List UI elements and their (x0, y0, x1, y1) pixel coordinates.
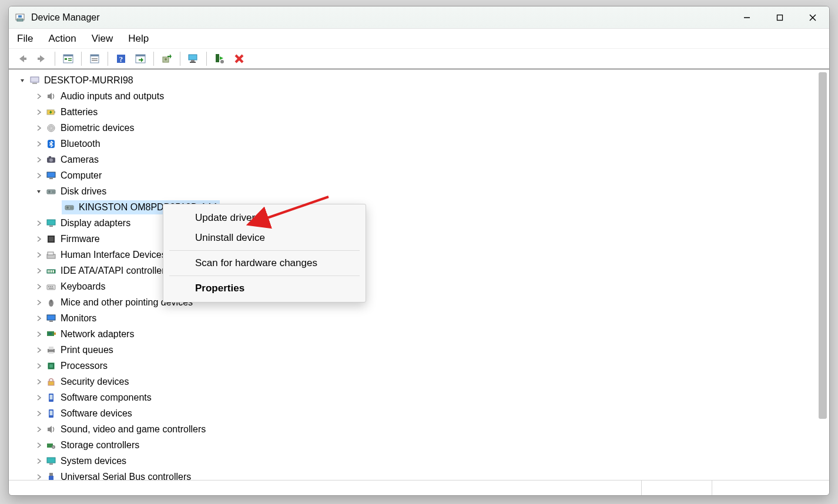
tree-category[interactable]: Print queues (9, 342, 829, 358)
storage-ctrl-icon (45, 439, 57, 451)
menu-help[interactable]: Help (128, 33, 149, 45)
tree-category-label: Sound, video and game controllers (61, 425, 206, 434)
tree-category[interactable]: Mice and other pointing devices (9, 294, 829, 310)
tree-category[interactable]: Display adapters (9, 215, 829, 231)
tree-category[interactable]: Processors (9, 358, 829, 374)
svg-rect-25 (191, 60, 195, 62)
ctx-uninstall-device[interactable]: Uninstall device (163, 228, 366, 248)
menu-file[interactable]: File (17, 33, 33, 45)
forward-button[interactable] (33, 51, 51, 66)
minimize-button[interactable] (730, 6, 763, 29)
chevron-right-icon[interactable] (35, 441, 43, 449)
tree-device[interactable]: KINGSTON OM8PDP3512B-AA1 (9, 199, 829, 215)
tree-category[interactable]: Sound, video and game controllers (9, 421, 829, 437)
svg-point-36 (49, 126, 53, 130)
tree-category[interactable]: Software components (9, 389, 829, 405)
svg-rect-12 (68, 58, 72, 59)
fingerprint-icon (45, 122, 57, 134)
svg-rect-55 (49, 237, 53, 241)
svg-rect-1 (17, 19, 23, 21)
chevron-right-icon[interactable] (35, 314, 43, 322)
svg-rect-76 (49, 347, 53, 350)
enable-device-button[interactable] (185, 51, 202, 66)
chevron-right-icon[interactable] (35, 346, 43, 354)
tree-category-label: Disk drives (61, 187, 106, 196)
tree-category[interactable]: Biometric devices (9, 120, 829, 136)
tree-category[interactable]: Human Interface Devices (9, 247, 829, 263)
ctx-scan-hardware[interactable]: Scan for hardware changes (163, 253, 366, 273)
tree-category[interactable]: Firmware (9, 231, 829, 247)
usb-icon (45, 471, 57, 481)
tree-category[interactable]: Security devices (9, 374, 829, 389)
maximize-button[interactable] (763, 6, 796, 29)
svg-rect-71 (49, 321, 53, 322)
scan-hardware-button[interactable] (132, 51, 149, 66)
svg-rect-50 (70, 207, 73, 207)
update-driver-button[interactable] (158, 51, 176, 66)
lock-icon (45, 376, 57, 388)
chevron-right-icon[interactable] (35, 92, 43, 100)
ctx-properties[interactable]: Properties (163, 278, 366, 298)
chevron-right-icon[interactable] (35, 219, 43, 227)
chevron-right-icon[interactable] (35, 409, 43, 418)
speaker-icon (45, 90, 57, 102)
device-manager-window: Device Manager File Action View Help (8, 6, 830, 496)
chevron-right-icon[interactable] (35, 108, 43, 116)
close-button[interactable] (796, 6, 829, 29)
svg-rect-7 (23, 58, 26, 60)
chevron-right-icon[interactable] (35, 378, 43, 386)
help-button[interactable]: ? (112, 51, 130, 66)
properties-button[interactable] (86, 51, 103, 66)
chevron-right-icon[interactable] (35, 457, 43, 465)
tree-category[interactable]: Audio inputs and outputs (9, 88, 829, 104)
tree-category[interactable]: Storage controllers (9, 437, 829, 453)
chevron-down-icon[interactable] (35, 187, 43, 196)
show-hide-tree-button[interactable] (59, 51, 77, 66)
tree-category[interactable]: Cameras (9, 152, 829, 167)
chevron-right-icon[interactable] (35, 362, 43, 370)
toolbar: ? (9, 49, 829, 70)
window-title: Device Manager (31, 12, 100, 23)
sw-comp-icon (45, 392, 57, 404)
chevron-right-icon[interactable] (35, 473, 43, 481)
tree-category[interactable]: Disk drives (9, 183, 829, 199)
vertical-scrollbar[interactable] (817, 72, 828, 478)
tree-category[interactable]: Bluetooth (9, 136, 829, 152)
chevron-right-icon[interactable] (35, 251, 43, 259)
tree-category[interactable]: Monitors (9, 310, 829, 326)
tree-category-label: Human Interface Devices (61, 250, 166, 260)
chevron-right-icon[interactable] (35, 394, 43, 402)
chevron-right-icon[interactable] (35, 235, 43, 243)
svg-rect-27 (216, 54, 219, 62)
tree-category[interactable]: Network adapters (9, 326, 829, 342)
back-button[interactable] (14, 51, 31, 66)
chevron-right-icon[interactable] (35, 298, 43, 307)
chevron-right-icon[interactable] (35, 330, 43, 338)
mouse-icon (45, 297, 57, 308)
uninstall-device-button[interactable] (230, 51, 248, 66)
chevron-right-icon[interactable] (35, 283, 43, 291)
disable-device-button[interactable] (211, 51, 229, 66)
tree-category[interactable]: Software devices (9, 405, 829, 421)
menu-view[interactable]: View (92, 33, 113, 45)
tree-category[interactable]: Universal Serial Bus controllers (9, 469, 829, 480)
tree-category[interactable]: IDE ATA/ATAPI controllers (9, 263, 829, 278)
tree-category[interactable]: Batteries (9, 104, 829, 120)
device-tree[interactable]: DESKTOP-MURRI98Audio inputs and outputsB… (9, 70, 829, 480)
tree-root[interactable]: DESKTOP-MURRI98 (9, 72, 829, 88)
monitor-blue-icon (45, 170, 57, 182)
tree-category[interactable]: Keyboards (9, 278, 829, 294)
tree-category[interactable]: Computer (9, 167, 829, 183)
menu-action[interactable]: Action (48, 33, 76, 45)
chevron-down-icon[interactable] (18, 76, 26, 85)
chevron-right-icon[interactable] (35, 156, 43, 164)
chevron-right-icon[interactable] (35, 140, 43, 148)
chevron-right-icon[interactable] (35, 172, 43, 180)
svg-point-28 (220, 60, 224, 63)
tree-category[interactable]: System devices (9, 453, 829, 469)
ctx-update-driver[interactable]: Update driver (163, 208, 366, 228)
chevron-right-icon[interactable] (35, 425, 43, 434)
svg-point-37 (50, 127, 52, 129)
chevron-right-icon[interactable] (35, 267, 43, 275)
chevron-right-icon[interactable] (35, 124, 43, 132)
